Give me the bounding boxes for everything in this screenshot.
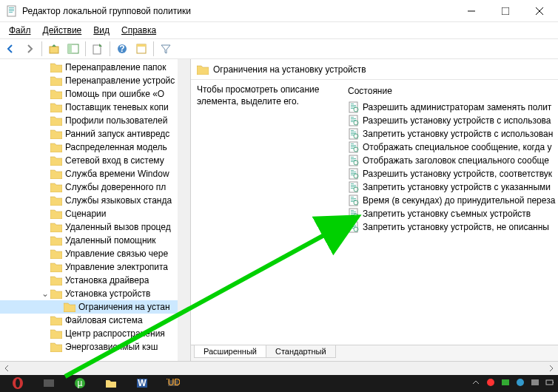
column-state-header[interactable]: Состояние xyxy=(345,84,558,101)
policy-item[interactable]: Отображать специальное сообщение, когда … xyxy=(345,141,558,154)
up-button[interactable] xyxy=(45,40,63,58)
tree-item[interactable]: Службы доверенного пл xyxy=(0,180,190,194)
svg-rect-4 xyxy=(9,12,13,13)
tree-item[interactable]: Ограничения на устан xyxy=(0,300,190,314)
close-button[interactable] xyxy=(522,0,557,22)
tree-item[interactable]: Управление электропита xyxy=(0,260,190,274)
svg-text:µ: µ xyxy=(78,378,83,388)
tree-item[interactable]: Удаленный вызов процед xyxy=(0,220,190,234)
svg-rect-66 xyxy=(351,210,354,211)
collapse-icon[interactable]: ⌄ xyxy=(40,288,50,299)
tree[interactable]: Перенаправление папокПеренаправление уст… xyxy=(0,59,190,355)
show-hide-tree-button[interactable] xyxy=(64,40,82,58)
tree-item-label: Перенаправление папок xyxy=(65,62,167,72)
tree-item[interactable]: Энергозависимый кэш xyxy=(0,340,190,354)
policy-item[interactable]: Время (в секундах) до принудительной пер… xyxy=(345,194,558,207)
svg-rect-9 xyxy=(50,47,58,53)
tree-item[interactable]: Сценарии xyxy=(0,207,190,220)
policy-item[interactable]: Разрешить установку устройств, соответст… xyxy=(345,167,558,180)
menu-file[interactable]: Файл xyxy=(3,24,37,37)
policy-label: Разрешить установку устройств с использо… xyxy=(363,115,551,126)
back-button[interactable] xyxy=(1,40,19,58)
tray-icon[interactable] xyxy=(515,377,525,390)
svg-rect-24 xyxy=(351,117,354,118)
policy-item[interactable]: Запретить установку устройств с использо… xyxy=(345,127,558,141)
policy-item[interactable]: Разрешить администраторам заменять полит xyxy=(345,101,558,114)
menu-view[interactable]: Вид xyxy=(87,24,115,37)
tray-icon[interactable] xyxy=(500,377,511,390)
tab-standard[interactable]: Стандартный xyxy=(266,345,336,358)
taskbar-item[interactable] xyxy=(34,375,64,391)
taskbar-word[interactable]: W xyxy=(127,375,157,391)
scroll-left-arrow[interactable] xyxy=(0,362,13,375)
policy-item[interactable]: Запретить установку устройств с указанны… xyxy=(345,180,558,194)
tree-item[interactable]: Профили пользователей xyxy=(0,114,190,127)
folder-icon xyxy=(50,102,62,112)
toolbar: ? xyxy=(0,38,558,59)
tree-item[interactable]: Файловая система xyxy=(0,314,190,327)
policy-icon xyxy=(348,181,360,193)
taskbar-opera[interactable] xyxy=(3,375,33,391)
policy-item[interactable]: Запретить установку съемных устройств xyxy=(345,207,558,220)
window-title: Редактор локальной групповой политики xyxy=(22,6,454,16)
detail-title: Ограничения на установку устройств xyxy=(213,64,366,75)
minimize-button[interactable] xyxy=(454,0,488,22)
svg-rect-60 xyxy=(351,197,354,197)
policy-item[interactable]: Запретить установку устройств, не описан… xyxy=(345,220,558,234)
policy-list: Состояние Разрешить администраторам заме… xyxy=(345,84,558,361)
vertical-scrollbar[interactable] xyxy=(178,59,190,361)
tree-item[interactable]: Управление связью чере xyxy=(0,247,190,260)
tree-item[interactable]: Служба времени Window xyxy=(0,167,190,180)
horizontal-scrollbar[interactable] xyxy=(0,361,558,374)
folder-icon xyxy=(50,328,62,339)
svg-point-88 xyxy=(517,379,524,386)
svg-rect-36 xyxy=(351,143,354,144)
scroll-right-arrow[interactable] xyxy=(545,362,558,375)
tree-item-label: Управление связью чере xyxy=(65,249,168,259)
export-button[interactable] xyxy=(89,40,107,58)
menu-action[interactable]: Действие xyxy=(37,24,88,37)
tree-item[interactable]: Ранний запуск антивредс xyxy=(0,127,190,141)
tree-item-label: Ограничения на устан xyxy=(78,302,170,312)
tree-item[interactable]: ⌄Установка устройств xyxy=(0,287,190,300)
tree-item[interactable]: Помощь при ошибке «О xyxy=(0,87,190,101)
menu-help[interactable]: Справка xyxy=(115,24,162,37)
policy-item[interactable]: Отображать заголовок специального сообще xyxy=(345,154,558,167)
detail-header: Ограничения на установку устройств xyxy=(191,59,558,80)
tray-battery-icon[interactable] xyxy=(545,377,555,390)
tab-extended[interactable]: Расширенный xyxy=(194,345,266,358)
tree-item[interactable]: Поставщик теневых копи xyxy=(0,101,190,114)
maximize-button[interactable] xyxy=(488,0,522,22)
policy-label: Запретить установку устройств с использо… xyxy=(363,129,553,139)
folder-icon xyxy=(50,155,62,166)
forward-button[interactable] xyxy=(21,40,38,58)
policy-icon xyxy=(348,115,360,126)
policy-icon xyxy=(348,141,360,153)
taskbar: µ W STUDIO xyxy=(0,374,558,392)
filter-button[interactable] xyxy=(157,40,175,58)
tree-item[interactable]: Перенаправление устройс xyxy=(0,74,190,87)
tree-item-label: Профили пользователей xyxy=(65,115,167,126)
tree-item[interactable]: Центр распространения xyxy=(0,327,190,340)
tray-icon[interactable] xyxy=(530,377,540,390)
svg-rect-61 xyxy=(351,198,356,199)
taskbar-studio[interactable]: STUDIO xyxy=(158,375,188,391)
policy-icon xyxy=(348,168,360,180)
tree-item-label: Управление электропита xyxy=(65,262,168,272)
system-tray[interactable] xyxy=(471,377,555,390)
taskbar-utorrent[interactable]: µ xyxy=(65,375,95,391)
tree-item[interactable]: Распределенная модель xyxy=(0,141,190,154)
policy-item[interactable]: Разрешить установку устройств с использо… xyxy=(345,114,558,127)
taskbar-explorer[interactable] xyxy=(96,375,126,391)
tray-icon[interactable] xyxy=(485,377,496,390)
help-button[interactable]: ? xyxy=(113,40,131,58)
tray-up-icon[interactable] xyxy=(471,377,481,390)
tree-item[interactable]: Службы языковых станда xyxy=(0,194,190,207)
tree-item-label: Удаленный вызов процед xyxy=(65,222,171,232)
properties-button[interactable] xyxy=(132,40,150,58)
tree-item[interactable]: Установка драйвера xyxy=(0,274,190,287)
tree-item[interactable]: Перенаправление папок xyxy=(0,61,190,74)
tree-item-label: Удаленный помощник xyxy=(65,235,156,246)
tree-item[interactable]: Удаленный помощник xyxy=(0,234,190,247)
tree-item[interactable]: Сетевой вход в систему xyxy=(0,154,190,167)
